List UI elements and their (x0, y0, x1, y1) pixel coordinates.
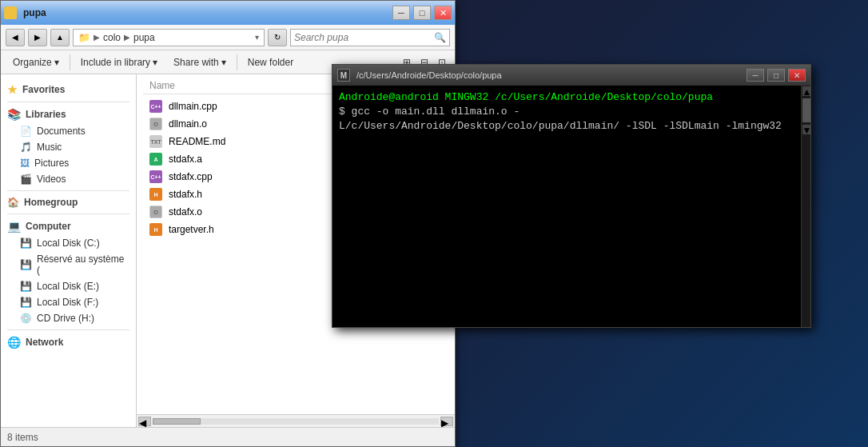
sidebar-item-network[interactable]: 🌐 Network (1, 333, 136, 351)
terminal-cursor (339, 134, 794, 149)
file-icon: O (149, 118, 162, 130)
organize-arrow: ▾ (54, 57, 59, 68)
sidebar-divider-4 (7, 329, 129, 330)
new-folder-button[interactable]: New folder (241, 53, 301, 72)
sidebar-item-videos[interactable]: 🎬 Videos (1, 171, 136, 187)
explorer-sidebar: ★ Favorites 📚 Libraries 📄 Documents (1, 74, 137, 427)
new-folder-label: New folder (248, 57, 293, 68)
sidebar-item-local-disk-c[interactable]: 💾 Local Disk (C:) (1, 235, 136, 251)
desktop: pupa ─ □ ✕ ◀ ▶ ▲ 📁 ▶ colo ▶ pupa ▾ ↻ 🔍 (0, 0, 868, 447)
terminal-content[interactable]: Androide@android MINGW32 /c/Users/Androi… (332, 86, 801, 327)
organize-button[interactable]: Organize ▾ (6, 53, 66, 72)
sidebar-item-local-disk-f[interactable]: 💾 Local Disk (F:) (1, 294, 136, 310)
file-name: targetver.h (169, 224, 214, 235)
local-disk-f-label: Local Disk (F:) (37, 297, 98, 308)
drive-c-icon: 💾 (20, 237, 32, 249)
organize-label: Organize (13, 57, 52, 68)
sidebar-item-computer[interactable]: 💻 Computer (1, 218, 136, 235)
file-name: stdafx.h (169, 189, 202, 200)
drive-e-icon: 💾 (20, 281, 32, 292)
back-button[interactable]: ◀ (6, 29, 25, 46)
share-with-button[interactable]: Share with ▾ (166, 53, 233, 72)
terminal-scroll-down[interactable]: ▼ (802, 125, 810, 134)
terminal-title-text: /c/Users/Androide/Desktop/colo/pupa (353, 70, 743, 80)
terminal-maximize-button[interactable]: □ (767, 69, 785, 82)
music-label: Music (37, 142, 62, 153)
favorites-section: ★ Favorites (1, 81, 136, 98)
path-arrow-2: ▶ (124, 33, 130, 42)
terminal-close-button[interactable]: ✕ (788, 69, 806, 82)
terminal-scroll-thumb[interactable] (802, 98, 810, 122)
search-icon[interactable]: 🔍 (434, 32, 446, 43)
scroll-left-button[interactable]: ◀ (138, 417, 151, 426)
pictures-label: Pictures (34, 158, 69, 169)
homegroup-icon: 🏠 (7, 197, 19, 208)
horizontal-scrollbar[interactable]: ◀ ▶ (137, 414, 455, 427)
sidebar-item-local-disk-e[interactable]: 💾 Local Disk (E:) (1, 278, 136, 294)
sidebar-item-documents[interactable]: 📄 Documents (1, 123, 136, 139)
explorer-minimize-button[interactable]: ─ (392, 6, 410, 20)
favorites-label: Favorites (22, 84, 65, 95)
pictures-icon: 🖼 (20, 158, 30, 169)
explorer-close-button[interactable]: ✕ (434, 6, 452, 20)
reserve-label: Réservé au système ( (37, 253, 129, 276)
sidebar-divider-1 (7, 102, 129, 102)
videos-icon: 🎬 (20, 174, 32, 185)
network-icon: 🌐 (7, 336, 21, 349)
address-path[interactable]: 📁 ▶ colo ▶ pupa ▾ (73, 29, 265, 46)
computer-icon: 💻 (7, 220, 21, 233)
drive-f-icon: 💾 (20, 297, 32, 308)
libraries-section: 📚 Libraries 📄 Documents 🎵 Music 🖼 Pictur… (1, 106, 136, 187)
terminal-scrollbar[interactable]: ▲ ▼ (801, 86, 810, 327)
sidebar-item-music[interactable]: 🎵 Music (1, 139, 136, 155)
sidebar-item-reserve[interactable]: 💾 Réservé au système ( (1, 251, 136, 278)
terminal-icon: M (337, 69, 350, 82)
path-icon: 📁 (78, 32, 90, 43)
include-library-arrow: ▾ (153, 57, 157, 68)
sidebar-item-favorites[interactable]: ★ Favorites (1, 81, 136, 98)
explorer-statusbar: 8 items (1, 427, 455, 446)
homegroup-section: 🏠 Homegroup (1, 194, 136, 210)
file-icon: O (149, 206, 162, 218)
refresh-button[interactable]: ↻ (268, 29, 287, 46)
computer-section: 💻 Computer 💾 Local Disk (C:) 💾 Réservé a… (1, 218, 136, 326)
terminal-window: M /c/Users/Androide/Desktop/colo/pupa ─ … (332, 64, 811, 328)
file-icon: C++ (149, 100, 162, 113)
include-library-button[interactable]: Include in library ▾ (74, 53, 165, 72)
sidebar-item-libraries[interactable]: 📚 Libraries (1, 106, 136, 123)
sidebar-item-cd-drive[interactable]: 💿 CD Drive (H:) (1, 310, 136, 326)
terminal-minimize-button[interactable]: ─ (747, 69, 764, 82)
explorer-addressbar: ◀ ▶ ▲ 📁 ▶ colo ▶ pupa ▾ ↻ 🔍 (1, 25, 455, 50)
path-part-colo[interactable]: colo (103, 32, 121, 43)
terminal-line-path: Androide@android MINGW32 /c/Users/Androi… (339, 90, 794, 105)
file-name: dllmain.o (169, 118, 207, 130)
local-disk-c-label: Local Disk (C:) (37, 237, 100, 249)
file-name: README.md (169, 136, 225, 147)
scroll-thumb[interactable] (153, 418, 201, 425)
scroll-right-button[interactable]: ▶ (440, 417, 453, 426)
sidebar-item-homegroup[interactable]: 🏠 Homegroup (1, 194, 136, 210)
include-library-label: Include in library (81, 57, 150, 68)
cd-drive-icon: 💿 (20, 313, 32, 324)
search-input[interactable] (294, 32, 431, 43)
status-count: 8 items (7, 432, 38, 443)
forward-button[interactable]: ▶ (28, 29, 47, 46)
path-part-pupa[interactable]: pupa (133, 32, 155, 43)
libraries-label: Libraries (26, 109, 66, 120)
terminal-scroll-up[interactable]: ▲ (802, 86, 810, 96)
file-icon: H (149, 188, 162, 201)
up-button[interactable]: ▲ (50, 29, 70, 46)
local-disk-e-label: Local Disk (E:) (37, 281, 99, 292)
terminal-body: Androide@android MINGW32 /c/Users/Androi… (332, 86, 810, 327)
videos-label: Videos (37, 174, 66, 185)
network-label: Network (26, 337, 63, 348)
file-icon: A (149, 153, 162, 166)
terminal-line-cmd: $ gcc -o main.dll dllmain.o -L/c/Users/A… (339, 105, 794, 134)
explorer-maximize-button[interactable]: □ (413, 6, 431, 20)
path-dropdown-arrow[interactable]: ▾ (255, 33, 259, 42)
file-icon: TXT (149, 135, 162, 148)
drive-reserve-icon: 💾 (20, 259, 32, 270)
sidebar-item-pictures[interactable]: 🖼 Pictures (1, 155, 136, 171)
libraries-icon: 📚 (7, 108, 21, 121)
file-name: stdafx.o (169, 206, 202, 218)
